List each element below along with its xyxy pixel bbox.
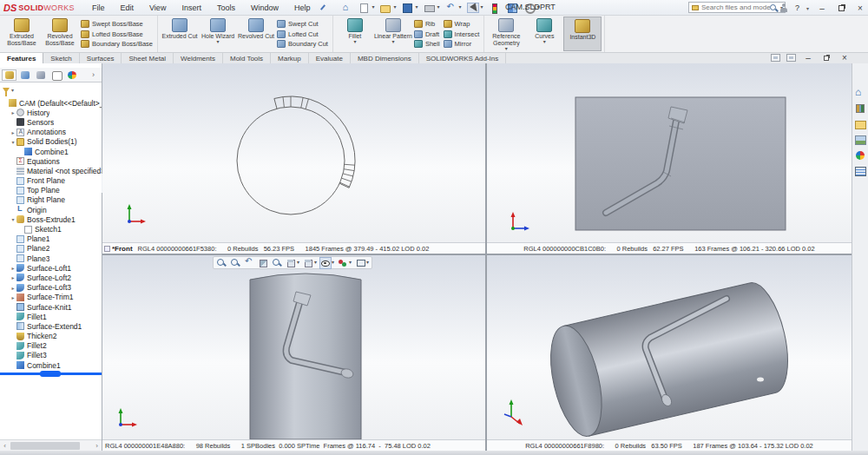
viewport-shaded-front[interactable]: RGL4 000000001E48A880: 98 Rebuilds 1 SPB… — [102, 255, 485, 451]
ribbon-button[interactable]: Linear Pattern — [374, 16, 412, 51]
tree-item[interactable]: Material <not specified> — [0, 166, 102, 175]
command-tab[interactable]: Weldments — [174, 53, 223, 63]
headsup-item[interactable] — [338, 258, 352, 268]
viewport-right[interactable]: RGL4 000000000CB1C0B0: 0 Rebuilds 62.27 … — [487, 63, 852, 254]
menu-item[interactable]: View — [148, 3, 168, 13]
minimize-button[interactable]: – — [816, 3, 828, 13]
filter-caret-icon[interactable]: ▾ — [11, 87, 14, 93]
panel-horizontal-scrollbar[interactable]: ‹ › — [0, 439, 102, 451]
tree-item[interactable]: Plane1 — [0, 234, 102, 244]
ribbon-button[interactable]: Reference Geometry — [487, 16, 525, 51]
viewport-vertical-splitter[interactable] — [485, 63, 487, 451]
close-button[interactable]: × — [854, 3, 866, 13]
tree-item[interactable]: ▸ Annotations — [0, 128, 102, 137]
ribbon-button[interactable]: Revolved Boss/Base — [41, 16, 79, 51]
command-tab[interactable]: Mold Tools — [223, 53, 271, 63]
ribbon-button[interactable]: Rib — [414, 19, 440, 29]
ribbon-button[interactable]: Instant3D — [563, 16, 602, 51]
dropdown-caret-icon[interactable] — [393, 5, 396, 10]
tree-item[interactable]: Thicken2 — [0, 332, 102, 341]
expand-arrow-icon[interactable]: ▸ — [10, 274, 16, 280]
ribbon-button[interactable]: Mirror — [444, 39, 480, 49]
undo-icon[interactable] — [445, 3, 457, 13]
tree-item[interactable]: Origin — [0, 205, 102, 214]
headsup-item[interactable] — [258, 258, 268, 268]
headsup-item[interactable] — [244, 258, 254, 268]
viewport-isometric[interactable]: RGL4 00000000661F8980: 0 Rebuilds 63.50 … — [487, 255, 852, 451]
ribbon-button[interactable]: Boundary Cut — [277, 39, 328, 49]
tree-item[interactable]: CAM (Default<<Default>_Display Sta — [0, 98, 102, 108]
expand-arrow-icon[interactable]: ▾ — [10, 216, 16, 222]
ribbon-button[interactable]: Swept Cut — [277, 19, 328, 29]
featuremanager-icon[interactable] — [2, 69, 16, 81]
help-caret-icon[interactable]: ▾ — [806, 5, 809, 11]
menu-item[interactable]: File — [90, 3, 107, 13]
command-tab[interactable]: MBD Dimensions — [351, 53, 419, 63]
command-tab[interactable]: Sketch — [43, 53, 79, 63]
restore-button[interactable] — [835, 3, 847, 13]
expand-arrow-icon[interactable]: ▸ — [10, 285, 16, 291]
home-icon[interactable] — [340, 3, 352, 13]
menu-item[interactable]: Edit — [119, 3, 136, 13]
dropdown-caret-icon[interactable] — [366, 260, 369, 265]
scrollbar-thumb[interactable] — [10, 442, 80, 450]
tree-item[interactable]: Front Plane — [0, 176, 102, 186]
headsup-item[interactable] — [230, 258, 240, 268]
rollback-bar[interactable] — [0, 373, 102, 375]
tree-item[interactable]: Combine1 — [0, 147, 102, 156]
configurationmanager-icon[interactable] — [33, 69, 48, 81]
dropdown-caret-icon[interactable] — [459, 5, 462, 10]
dropdown-caret-icon[interactable] — [349, 260, 352, 265]
tree-item[interactable]: ▾ Boss-Extrude1 — [0, 214, 102, 224]
user-account-icon[interactable] — [779, 3, 788, 12]
appearances-scenes-icon[interactable] — [854, 150, 866, 161]
menu-item[interactable]: Help — [293, 3, 312, 13]
ribbon-button[interactable]: Lofted Cut — [277, 30, 328, 39]
tree-item[interactable]: Plane3 — [0, 254, 102, 263]
ribbon-button[interactable]: Intersect — [444, 30, 480, 39]
file-explorer-icon[interactable] — [854, 119, 866, 129]
ribbon-button[interactable]: Wrap — [444, 19, 480, 29]
command-tab[interactable]: Sheet Metal — [122, 53, 174, 63]
design-library-icon[interactable] — [854, 103, 866, 114]
menu-item[interactable]: Tools — [215, 3, 237, 13]
ribbon-button[interactable]: Extruded Boss/Base — [3, 16, 41, 51]
tree-item[interactable]: Fillet2 — [0, 341, 102, 351]
dropdown-caret-icon[interactable] — [297, 260, 299, 265]
search-icon[interactable] — [770, 4, 776, 10]
tree-item[interactable]: ▸ Surface-Loft3 — [0, 283, 102, 293]
viewport-horizontal-splitter[interactable] — [102, 254, 852, 255]
tree-item[interactable]: ▸ Surface-Loft1 — [0, 263, 102, 273]
tree-item[interactable]: Right Plane — [0, 195, 102, 205]
tree-item[interactable]: Surface-Extend1 — [0, 321, 102, 331]
viewport-layout-icon[interactable] — [786, 54, 796, 62]
panel-header-expand-icon[interactable]: › — [92, 70, 95, 79]
tree-item[interactable]: ▾ Solid Bodies(1) — [0, 137, 102, 147]
tree-item[interactable]: Top Plane — [0, 186, 102, 195]
ribbon-button[interactable]: Lofted Boss/Base — [81, 30, 153, 39]
expand-arrow-icon[interactable]: ▸ — [10, 265, 16, 271]
dropdown-caret-icon[interactable] — [437, 5, 440, 10]
command-tab[interactable]: Surfaces — [80, 53, 122, 63]
ribbon-button[interactable]: Shell — [414, 39, 440, 49]
tree-item[interactable]: Fillet3 — [0, 351, 102, 360]
search-input[interactable] — [701, 3, 770, 11]
select-cursor-icon[interactable] — [467, 3, 479, 13]
doc-restore-button[interactable] — [820, 53, 832, 63]
ribbon-button[interactable]: Hole Wizard — [199, 16, 237, 51]
dropdown-caret-icon[interactable] — [372, 5, 374, 10]
dimxpertmanager-icon[interactable] — [49, 69, 63, 81]
headsup-item[interactable] — [303, 258, 317, 268]
menu-item[interactable]: Insert — [180, 3, 203, 13]
view-palette-icon[interactable] — [854, 135, 866, 145]
headsup-item[interactable] — [355, 258, 369, 268]
ribbon-button[interactable]: Revolved Cut — [237, 16, 275, 51]
dropdown-caret-icon[interactable] — [415, 5, 418, 10]
headsup-item[interactable] — [286, 258, 299, 268]
expand-arrow-icon[interactable]: ▸ — [10, 109, 16, 115]
custom-properties-icon[interactable] — [854, 166, 866, 176]
dropdown-caret-icon[interactable] — [332, 260, 334, 265]
viewport-layout-icon[interactable] — [771, 54, 780, 62]
expand-arrow-icon[interactable]: ▸ — [10, 129, 16, 135]
tree-item[interactable]: ▸ History — [0, 108, 102, 117]
